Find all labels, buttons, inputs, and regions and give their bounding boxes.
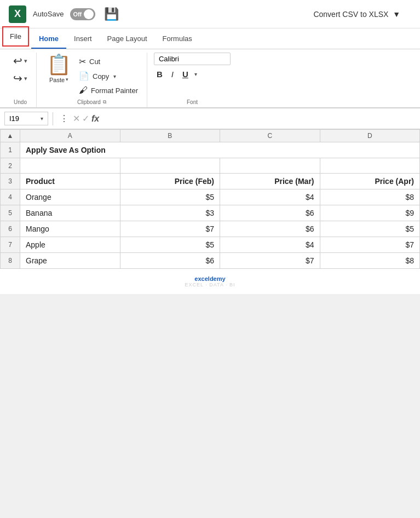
autosave-toggle[interactable]: Off (70, 8, 95, 20)
cell-a1[interactable]: Apply Save As Option (20, 142, 420, 158)
ribbon-tabs: File Home Insert Page Layout Formulas (0, 28, 420, 49)
row-header-2[interactable]: 2 (1, 158, 20, 174)
undo-dropdown[interactable]: ▾ (24, 57, 27, 65)
cell-c7[interactable]: $4 (220, 237, 320, 253)
row-header-1[interactable]: 1 (1, 142, 20, 158)
corner-header: ▲ (1, 130, 20, 142)
underline-dropdown-arrow[interactable]: ▾ (194, 71, 197, 77)
clipboard-sub-buttons: ✂ Cut 📄 Copy ▾ 🖌 Format Painter (77, 55, 140, 97)
cell-b8[interactable]: $6 (120, 253, 220, 269)
copy-label: Copy (93, 72, 109, 80)
cell-b6[interactable]: $7 (120, 221, 220, 237)
copy-dropdown-arrow[interactable]: ▾ (113, 73, 116, 79)
cell-b5[interactable]: $3 (120, 205, 220, 221)
cell-a2[interactable] (20, 158, 120, 174)
table-row: 8 Grape $6 $7 $8 (1, 253, 420, 269)
toggle-knob (84, 9, 94, 19)
workbook-title: Convert CSV to XLSX ▼ (313, 10, 400, 19)
col-header-c[interactable]: C (220, 130, 320, 142)
cell-c3[interactable]: Price (Mar) (220, 174, 320, 189)
cell-reference-box[interactable]: I19 ▾ (4, 112, 48, 125)
cell-a8[interactable]: Grape (20, 253, 120, 269)
cell-d3[interactable]: Price (Apr) (320, 174, 420, 189)
cell-b4[interactable]: $5 (120, 189, 220, 205)
title-dropdown-arrow[interactable]: ▼ (393, 10, 400, 19)
undo-group-label: Undo (14, 99, 27, 105)
tab-formulas[interactable]: Formulas (155, 28, 200, 49)
undo-button[interactable]: ↩ ▾ (11, 53, 30, 69)
cell-a4[interactable]: Orange (20, 189, 120, 205)
cell-b2[interactable] (120, 158, 220, 174)
ribbon-group-font: Calibri B I U ▾ Font (147, 53, 237, 107)
save-button[interactable]: 💾 (104, 7, 119, 21)
font-group-label: Font (187, 99, 198, 105)
cell-c6[interactable]: $6 (220, 221, 320, 237)
formula-options-button[interactable]: ⋮ (57, 113, 71, 124)
tab-home[interactable]: Home (31, 28, 66, 49)
cell-b7[interactable]: $5 (120, 237, 220, 253)
redo-dropdown[interactable]: ▾ (24, 75, 27, 82)
cell-d5[interactable]: $9 (320, 205, 420, 221)
cell-c5[interactable]: $6 (220, 205, 320, 221)
row-header-3[interactable]: 3 (1, 174, 20, 189)
paste-dropdown-arrow[interactable]: ▾ (66, 77, 68, 82)
underline-button[interactable]: U (180, 68, 191, 80)
cell-ref-dropdown-arrow[interactable]: ▾ (41, 116, 43, 122)
formula-fx-button[interactable]: fx (91, 114, 99, 124)
paste-button[interactable]: 📋 Paste ▾ (43, 53, 74, 85)
cell-a5[interactable]: Banana (20, 205, 120, 221)
title-text-content: Convert CSV to XLSX (313, 10, 388, 19)
tab-file[interactable]: File (2, 26, 29, 47)
italic-button[interactable]: I (169, 68, 176, 80)
table-row: 7 Apple $5 $4 $7 (1, 237, 420, 253)
row-header-8[interactable]: 8 (1, 253, 20, 269)
table-row: 4 Orange $5 $4 $8 (1, 189, 420, 205)
row-header-7[interactable]: 7 (1, 237, 20, 253)
toggle-off-label: Off (73, 11, 82, 18)
col-header-a[interactable]: A (20, 130, 120, 142)
col-header-d[interactable]: D (320, 130, 420, 142)
col-header-b[interactable]: B (120, 130, 220, 142)
spreadsheet: ▲ A B C D 1 Apply Save As Option 2 (0, 129, 420, 269)
cell-b3[interactable]: Price (Feb) (120, 174, 220, 189)
format-painter-icon: 🖌 (79, 85, 88, 95)
autosave-label: AutoSave (33, 10, 64, 18)
watermark-tagline: EXCEL · DATA · BI (7, 282, 413, 287)
cell-c8[interactable]: $7 (220, 253, 320, 269)
cell-d6[interactable]: $5 (320, 221, 420, 237)
tab-insert[interactable]: Insert (66, 28, 100, 49)
font-name-value: Calibri (159, 55, 179, 63)
cell-a6[interactable]: Mango (20, 221, 120, 237)
clipboard-expand-icon[interactable]: ⧉ (103, 99, 106, 105)
cell-d7[interactable]: $7 (320, 237, 420, 253)
copy-button[interactable]: 📄 Copy ▾ (77, 70, 140, 83)
redo-button[interactable]: ↪ ▾ (11, 70, 30, 87)
cell-d4[interactable]: $8 (320, 189, 420, 205)
undo-icon: ↩ (13, 54, 22, 67)
row-header-6[interactable]: 6 (1, 221, 20, 237)
formula-input[interactable] (101, 114, 416, 123)
sheet-table: ▲ A B C D 1 Apply Save As Option 2 (0, 129, 420, 269)
table-row: 2 (1, 158, 420, 174)
row-header-4[interactable]: 4 (1, 189, 20, 205)
tab-page-layout[interactable]: Page Layout (100, 28, 155, 49)
cell-c2[interactable] (220, 158, 320, 174)
row-header-5[interactable]: 5 (1, 205, 20, 221)
format-painter-button[interactable]: 🖌 Format Painter (77, 84, 140, 97)
ribbon-group-clipboard: 📋 Paste ▾ ✂ Cut 📄 Copy ▾ 🖌 (37, 53, 147, 107)
paste-label: Paste (49, 77, 65, 83)
copy-icon: 📄 (79, 71, 89, 81)
formula-cancel-button[interactable]: ✕ (73, 113, 80, 124)
formula-confirm-button[interactable]: ✓ (82, 113, 89, 124)
cell-d2[interactable] (320, 158, 420, 174)
bold-button[interactable]: B (154, 68, 165, 80)
table-row: 5 Banana $3 $6 $9 (1, 205, 420, 221)
cut-button[interactable]: ✂ Cut (77, 55, 140, 68)
cell-a3[interactable]: Product (20, 174, 120, 189)
table-row: 3 Product Price (Feb) Price (Mar) Price … (1, 174, 420, 189)
cell-a7[interactable]: Apple (20, 237, 120, 253)
formula-divider (53, 112, 53, 125)
cell-c4[interactable]: $4 (220, 189, 320, 205)
font-name-selector[interactable]: Calibri (154, 53, 231, 65)
cell-d8[interactable]: $8 (320, 253, 420, 269)
